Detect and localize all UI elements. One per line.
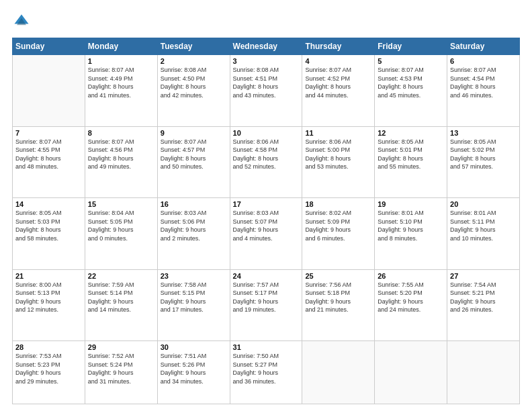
weekday-tuesday: Tuesday [157,38,230,55]
week-row-2: 7Sunrise: 8:07 AM Sunset: 4:55 PM Daylig… [13,126,520,198]
day-info: Sunrise: 8:00 AM Sunset: 5:13 PM Dayligh… [15,281,82,314]
calendar-cell: 13Sunrise: 8:05 AM Sunset: 5:02 PM Dayli… [447,126,520,198]
calendar-cell: 12Sunrise: 8:05 AM Sunset: 5:01 PM Dayli… [375,126,447,198]
calendar-cell: 25Sunrise: 7:56 AM Sunset: 5:18 PM Dayli… [302,269,375,341]
day-info: Sunrise: 8:06 AM Sunset: 5:00 PM Dayligh… [305,138,371,171]
day-number: 28 [15,343,82,351]
day-info: Sunrise: 7:51 AM Sunset: 5:26 PM Dayligh… [161,352,227,385]
calendar-cell: 17Sunrise: 8:03 AM Sunset: 5:07 PM Dayli… [230,198,302,270]
day-number: 15 [88,200,154,208]
day-number: 13 [450,129,517,137]
calendar-cell: 2Sunrise: 8:08 AM Sunset: 4:50 PM Daylig… [157,55,230,127]
day-info: Sunrise: 8:08 AM Sunset: 4:50 PM Dayligh… [161,66,227,99]
day-number: 4 [305,57,371,65]
calendar-cell: 7Sunrise: 8:07 AM Sunset: 4:55 PM Daylig… [13,126,85,198]
day-info: Sunrise: 7:58 AM Sunset: 5:15 PM Dayligh… [161,281,227,314]
calendar-cell: 6Sunrise: 8:07 AM Sunset: 4:54 PM Daylig… [447,55,520,127]
day-number: 6 [450,57,517,65]
day-number: 10 [233,129,300,137]
day-number: 29 [88,343,154,351]
weekday-saturday: Saturday [447,38,520,55]
weekday-friday: Friday [375,38,447,55]
day-info: Sunrise: 8:05 AM Sunset: 5:02 PM Dayligh… [450,138,517,171]
week-row-4: 21Sunrise: 8:00 AM Sunset: 5:13 PM Dayli… [13,269,520,341]
calendar-cell: 19Sunrise: 8:01 AM Sunset: 5:10 PM Dayli… [375,198,447,270]
day-number: 20 [450,200,517,208]
day-number: 19 [378,200,444,208]
weekday-wednesday: Wednesday [230,38,302,55]
calendar-cell [302,341,375,404]
calendar-cell [447,341,520,404]
calendar-cell: 11Sunrise: 8:06 AM Sunset: 5:00 PM Dayli… [302,126,375,198]
day-number: 24 [233,272,300,280]
day-info: Sunrise: 8:07 AM Sunset: 4:55 PM Dayligh… [15,138,82,171]
day-number: 9 [161,129,227,137]
weekday-monday: Monday [85,38,157,55]
calendar-cell: 29Sunrise: 7:52 AM Sunset: 5:24 PM Dayli… [85,341,157,404]
day-info: Sunrise: 7:53 AM Sunset: 5:23 PM Dayligh… [15,352,82,385]
calendar-cell: 27Sunrise: 7:54 AM Sunset: 5:21 PM Dayli… [447,269,520,341]
calendar-cell: 9Sunrise: 8:07 AM Sunset: 4:57 PM Daylig… [157,126,230,198]
day-number: 1 [88,57,154,65]
weekday-header-row: SundayMondayTuesdayWednesdayThursdayFrid… [13,38,520,55]
calendar-cell: 24Sunrise: 7:57 AM Sunset: 5:17 PM Dayli… [230,269,302,341]
day-number: 16 [161,200,227,208]
calendar-cell: 28Sunrise: 7:53 AM Sunset: 5:23 PM Dayli… [13,341,85,404]
weekday-thursday: Thursday [302,38,375,55]
week-row-5: 28Sunrise: 7:53 AM Sunset: 5:23 PM Dayli… [13,341,520,404]
day-number: 30 [161,343,227,351]
logo [12,12,34,31]
day-number: 21 [15,272,82,280]
calendar-cell: 14Sunrise: 8:05 AM Sunset: 5:03 PM Dayli… [13,198,85,270]
page: SundayMondayTuesdayWednesdayThursdayFrid… [0,0,532,411]
calendar-cell: 4Sunrise: 8:07 AM Sunset: 4:52 PM Daylig… [302,55,375,127]
day-number: 7 [15,129,82,137]
day-info: Sunrise: 8:05 AM Sunset: 5:03 PM Dayligh… [15,209,82,242]
day-number: 3 [233,57,300,65]
calendar-cell: 21Sunrise: 8:00 AM Sunset: 5:13 PM Dayli… [13,269,85,341]
day-number: 11 [305,129,371,137]
day-info: Sunrise: 8:07 AM Sunset: 4:52 PM Dayligh… [305,66,371,99]
day-info: Sunrise: 7:56 AM Sunset: 5:18 PM Dayligh… [305,281,371,314]
day-info: Sunrise: 8:05 AM Sunset: 5:01 PM Dayligh… [378,138,444,171]
day-info: Sunrise: 8:07 AM Sunset: 4:56 PM Dayligh… [88,138,154,171]
logo-icon [12,12,31,31]
calendar-cell: 15Sunrise: 8:04 AM Sunset: 5:05 PM Dayli… [85,198,157,270]
calendar-cell [13,55,85,127]
weekday-sunday: Sunday [13,38,85,55]
day-number: 12 [378,129,444,137]
day-number: 23 [161,272,227,280]
day-info: Sunrise: 8:02 AM Sunset: 5:09 PM Dayligh… [305,209,371,242]
calendar-cell: 20Sunrise: 8:01 AM Sunset: 5:11 PM Dayli… [447,198,520,270]
day-info: Sunrise: 7:50 AM Sunset: 5:27 PM Dayligh… [233,352,300,385]
day-info: Sunrise: 8:07 AM Sunset: 4:57 PM Dayligh… [161,138,227,171]
calendar-cell: 8Sunrise: 8:07 AM Sunset: 4:56 PM Daylig… [85,126,157,198]
week-row-3: 14Sunrise: 8:05 AM Sunset: 5:03 PM Dayli… [13,198,520,270]
week-row-1: 1Sunrise: 8:07 AM Sunset: 4:49 PM Daylig… [13,55,520,127]
day-number: 17 [233,200,300,208]
calendar: SundayMondayTuesdayWednesdayThursdayFrid… [12,38,520,404]
day-number: 18 [305,200,371,208]
day-number: 25 [305,272,371,280]
day-info: Sunrise: 8:07 AM Sunset: 4:49 PM Dayligh… [88,66,154,99]
day-info: Sunrise: 8:07 AM Sunset: 4:54 PM Dayligh… [450,66,517,99]
calendar-cell: 23Sunrise: 7:58 AM Sunset: 5:15 PM Dayli… [157,269,230,341]
day-info: Sunrise: 8:01 AM Sunset: 5:10 PM Dayligh… [378,209,444,242]
day-number: 22 [88,272,154,280]
calendar-cell: 31Sunrise: 7:50 AM Sunset: 5:27 PM Dayli… [230,341,302,404]
day-number: 8 [88,129,154,137]
calendar-cell: 18Sunrise: 8:02 AM Sunset: 5:09 PM Dayli… [302,198,375,270]
day-info: Sunrise: 8:03 AM Sunset: 5:07 PM Dayligh… [233,209,300,242]
day-info: Sunrise: 7:54 AM Sunset: 5:21 PM Dayligh… [450,281,517,314]
calendar-cell: 22Sunrise: 7:59 AM Sunset: 5:14 PM Dayli… [85,269,157,341]
day-number: 26 [378,272,444,280]
calendar-cell: 16Sunrise: 8:03 AM Sunset: 5:06 PM Dayli… [157,198,230,270]
day-info: Sunrise: 8:04 AM Sunset: 5:05 PM Dayligh… [88,209,154,242]
day-info: Sunrise: 8:01 AM Sunset: 5:11 PM Dayligh… [450,209,517,242]
day-info: Sunrise: 8:08 AM Sunset: 4:51 PM Dayligh… [233,66,300,99]
day-info: Sunrise: 7:55 AM Sunset: 5:20 PM Dayligh… [378,281,444,314]
calendar-cell: 1Sunrise: 8:07 AM Sunset: 4:49 PM Daylig… [85,55,157,127]
calendar-cell: 26Sunrise: 7:55 AM Sunset: 5:20 PM Dayli… [375,269,447,341]
day-info: Sunrise: 8:03 AM Sunset: 5:06 PM Dayligh… [161,209,227,242]
calendar-cell: 3Sunrise: 8:08 AM Sunset: 4:51 PM Daylig… [230,55,302,127]
